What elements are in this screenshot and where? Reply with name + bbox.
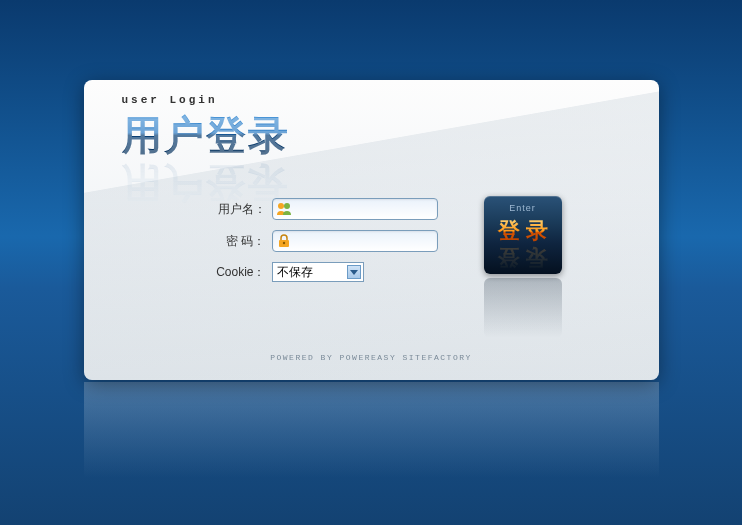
password-input[interactable]: [295, 231, 437, 251]
cookie-label: Cookie：: [202, 264, 266, 281]
login-form: 用户名： 密 码：: [202, 198, 462, 292]
user-icon: [276, 201, 292, 217]
login-card: user Login 用 户 登 录 用 户 登 录 用户名：: [84, 80, 659, 380]
username-input[interactable]: [295, 199, 437, 219]
cookie-select[interactable]: 不保存: [272, 262, 364, 282]
username-row: 用户名：: [202, 198, 462, 220]
svg-point-3: [282, 242, 284, 244]
password-input-wrap: [272, 230, 438, 252]
svg-point-0: [278, 203, 284, 209]
cookie-row: Cookie： 不保存: [202, 262, 462, 282]
subtitle: user Login: [122, 94, 288, 106]
username-input-wrap: [272, 198, 438, 220]
login-button-text: 登录: [492, 216, 554, 246]
svg-point-1: [284, 203, 290, 209]
button-shadow-reflection: [484, 278, 562, 338]
login-button[interactable]: Enter 登录 登录: [484, 196, 562, 274]
password-label: 密 码：: [202, 233, 266, 250]
password-row: 密 码：: [202, 230, 462, 252]
login-button-reflection: 登录: [492, 242, 554, 272]
header: user Login 用 户 登 录 用 户 登 录: [122, 94, 288, 210]
footer-text: POWERED BY POWEREASY SITEFACTORY: [84, 353, 659, 362]
cookie-select-wrap: 不保存: [272, 262, 364, 282]
username-label: 用户名：: [202, 201, 266, 218]
card-reflection: [84, 382, 659, 502]
lock-icon: [276, 233, 292, 249]
login-button-subtext: Enter: [509, 203, 536, 213]
